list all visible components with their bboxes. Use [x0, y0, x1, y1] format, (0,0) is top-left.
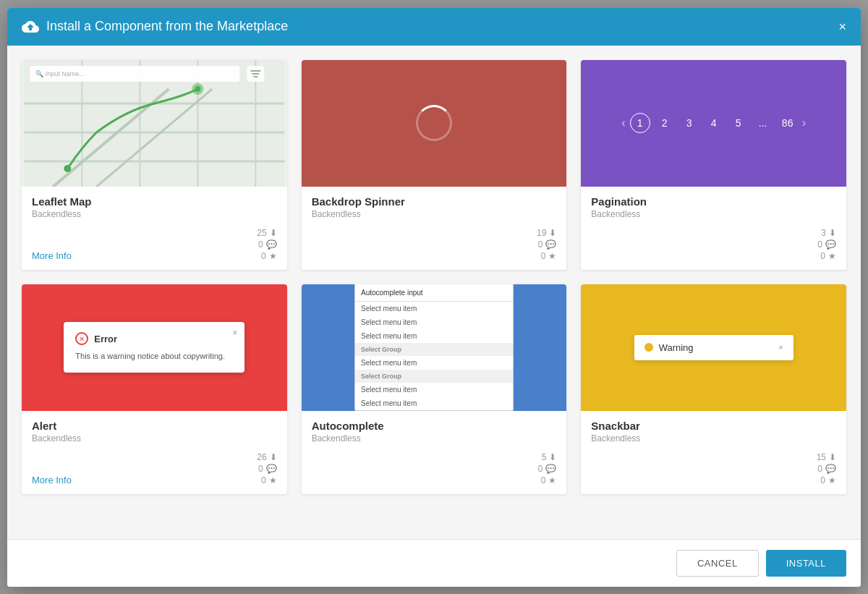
card-snackbar-stats: 15 ⬇ 0 💬 0 ★ [817, 452, 836, 485]
star-icon: ★ [828, 475, 836, 485]
leaflet-map-preview: 🔍 Input Name... [22, 60, 287, 187]
stat-downloads: 15 ⬇ [817, 452, 836, 462]
download-icon: ⬇ [829, 228, 836, 238]
stat-stars: 0 ★ [541, 251, 557, 261]
page-3: 3 [679, 113, 699, 133]
stat-stars: 0 ★ [541, 475, 557, 485]
stat-comments: 0 💬 [817, 464, 836, 474]
card-snackbar-footer: 15 ⬇ 0 💬 0 ★ [581, 452, 846, 494]
alert-title: Error [94, 334, 117, 344]
modal-body: 🔍 Input Name... Leaflet Map Backendless … [7, 46, 861, 539]
page-2: 2 [655, 113, 675, 133]
card-autocomplete-author: Backendless [312, 433, 557, 444]
page-4: 4 [704, 113, 724, 133]
card-alert-stats: 26 ⬇ 0 💬 0 ★ [257, 452, 276, 485]
card-pagination-title: Pagination [591, 195, 836, 208]
cancel-button[interactable]: CANCEL [676, 550, 759, 577]
autocomplete-item-1: Select menu item [355, 302, 513, 315]
stars-count: 0 [541, 251, 546, 261]
star-icon: ★ [269, 251, 277, 261]
star-icon: ★ [548, 475, 556, 485]
card-leaflet-map-footer: More Info 25 ⬇ 0 💬 0 ★ [22, 228, 287, 270]
alert-close-button[interactable]: × [232, 328, 237, 338]
stat-comments: 0 💬 [258, 239, 277, 250]
snackbar-close-button[interactable]: × [778, 343, 783, 352]
leaflet-map-more-info-link[interactable]: More Info [32, 250, 72, 261]
card-backdrop-spinner-author: Backendless [312, 209, 557, 219]
downloads-count: 26 [257, 452, 266, 462]
card-autocomplete-body: Autocomplete Backendless [302, 411, 567, 452]
spinner-ring [416, 105, 452, 141]
alert-box-header: ✕ Error [75, 332, 233, 345]
snackbar-warning-dot [644, 343, 653, 352]
stat-downloads: 25 ⬇ [257, 228, 276, 238]
stat-downloads: 26 ⬇ [257, 452, 276, 462]
stat-downloads: 5 ⬇ [542, 452, 557, 462]
star-icon: ★ [548, 251, 556, 261]
stat-comments: 0 💬 [538, 239, 557, 250]
alert-error-icon: ✕ [75, 332, 88, 345]
autocomplete-group-2: Select Group [355, 370, 513, 383]
alert-preview: ✕ Error × This is a warning notice about… [22, 284, 287, 411]
comments-count: 0 [258, 464, 263, 474]
svg-point-10 [64, 165, 71, 172]
download-icon: ⬇ [549, 228, 556, 238]
page-ellipsis: ... [753, 113, 773, 133]
alert-box-preview: ✕ Error × This is a warning notice about… [64, 322, 244, 372]
autocomplete-item-4: Select menu item [355, 356, 513, 370]
modal-close-button[interactable]: × [838, 20, 846, 33]
autocomplete-dropdown-preview: Autocomplete input Select menu item Sele… [354, 284, 514, 411]
card-alert-body: Alert Backendless [22, 411, 287, 452]
comment-icon: 💬 [266, 464, 277, 474]
card-backdrop-spinner-footer: 19 ⬇ 0 💬 0 ★ [302, 228, 567, 270]
download-icon: ⬇ [270, 452, 277, 462]
install-button[interactable]: INSTALL [766, 550, 846, 577]
star-icon: ★ [828, 251, 836, 261]
card-alert-title: Alert [32, 420, 277, 432]
card-snackbar: Warning × Snackbar Backendless 15 ⬇ [581, 284, 846, 494]
comments-count: 0 [258, 239, 263, 250]
card-snackbar-author: Backendless [591, 433, 836, 444]
download-icon: ⬇ [549, 452, 556, 462]
pagination-preview: ‹ 1 2 3 4 5 ... 86 › [581, 60, 846, 187]
snackbar-box-preview: Warning × [634, 335, 793, 360]
star-icon: ★ [269, 475, 277, 485]
svg-text:🔍 Input Name...: 🔍 Input Name... [35, 69, 85, 78]
card-backdrop-spinner-stats: 19 ⬇ 0 💬 0 ★ [537, 228, 556, 261]
card-snackbar-body: Snackbar Backendless [581, 411, 846, 452]
stars-count: 0 [261, 251, 266, 261]
card-pagination-author: Backendless [591, 209, 836, 219]
alert-more-info-link[interactable]: More Info [32, 475, 72, 485]
stat-downloads: 3 ⬇ [821, 228, 836, 238]
card-leaflet-map: 🔍 Input Name... Leaflet Map Backendless … [22, 60, 287, 270]
alert-body: This is a warning notice about copywriti… [75, 351, 233, 362]
comments-count: 0 [538, 239, 543, 250]
comment-icon: 💬 [545, 464, 556, 474]
page-prev-arrow: ‹ [621, 116, 625, 130]
comments-count: 0 [538, 464, 543, 474]
pagination-display: ‹ 1 2 3 4 5 ... 86 › [621, 113, 806, 133]
card-backdrop-spinner: Backdrop Spinner Backendless 19 ⬇ 0 💬 [302, 60, 567, 270]
card-snackbar-title: Snackbar [591, 420, 836, 432]
modal-title: Install a Component from the Marketplace [46, 19, 288, 34]
card-pagination-footer: 3 ⬇ 0 💬 0 ★ [581, 228, 846, 270]
page-5: 5 [728, 113, 749, 133]
downloads-count: 15 [817, 452, 826, 462]
modal-header-left: Install a Component from the Marketplace [22, 18, 288, 35]
autocomplete-item-2: Select menu item [355, 315, 513, 329]
card-pagination: ‹ 1 2 3 4 5 ... 86 › Pagination Backendl… [581, 60, 846, 270]
page-next-arrow: › [802, 116, 806, 130]
card-autocomplete-footer: 5 ⬇ 0 💬 0 ★ [302, 452, 567, 494]
autocomplete-preview: Autocomplete input Select menu item Sele… [302, 284, 567, 411]
cloud-upload-icon [22, 18, 39, 35]
autocomplete-item-3: Select menu item [355, 329, 513, 343]
autocomplete-input-preview: Autocomplete input [355, 284, 513, 302]
stat-stars: 0 ★ [261, 475, 277, 485]
stat-comments: 0 💬 [258, 464, 277, 474]
stat-downloads: 19 ⬇ [537, 228, 556, 238]
card-autocomplete-stats: 5 ⬇ 0 💬 0 ★ [538, 452, 557, 485]
page-86: 86 [778, 113, 798, 133]
autocomplete-group-1: Select Group [355, 343, 513, 356]
downloads-count: 5 [542, 452, 547, 462]
stat-stars: 0 ★ [820, 251, 836, 261]
